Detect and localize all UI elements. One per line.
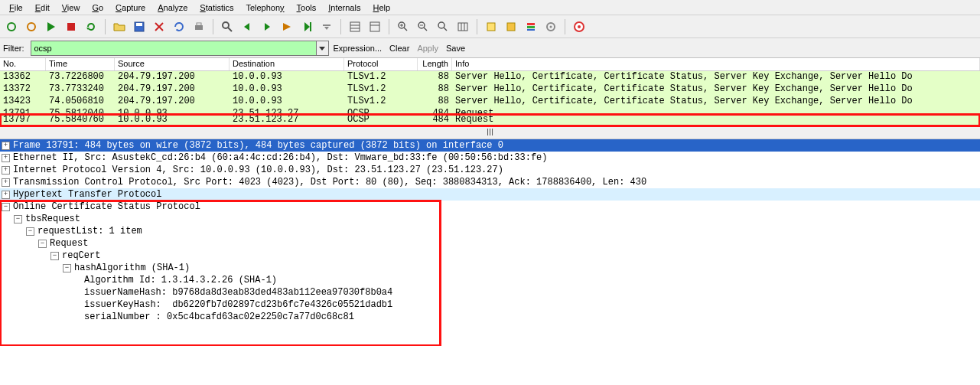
col-header-proto[interactable]: Protocol — [344, 58, 418, 70]
filter-clear-button[interactable]: Clear — [389, 44, 409, 53]
restart-capture-icon[interactable] — [83, 18, 99, 35]
detail-requestlist[interactable]: −requestList: 1 item — [0, 225, 441, 237]
menu-help[interactable]: Help — [366, 2, 396, 14]
packet-row[interactable]: 13362 73.7226800 204.79.197.200 10.0.0.9… — [0, 71, 980, 83]
filter-save-button[interactable]: Save — [446, 44, 465, 53]
collapse-icon[interactable]: − — [2, 203, 10, 211]
packet-row[interactable]: 13791 75.5812040 10.0.0.93 23.51.123.27 … — [0, 108, 980, 114]
go-back-icon[interactable] — [239, 18, 256, 35]
filter-expression-button[interactable]: Expression... — [334, 44, 383, 53]
zoom-out-icon[interactable] — [415, 18, 431, 35]
coloring-rules-icon[interactable] — [523, 18, 539, 35]
display-filters-icon[interactable] — [503, 18, 519, 35]
close-file-icon[interactable] — [151, 18, 168, 35]
col-header-info[interactable]: Info — [452, 58, 980, 70]
start-capture-icon[interactable] — [43, 18, 60, 35]
menu-go[interactable]: Go — [86, 2, 109, 14]
collapse-icon[interactable]: − — [50, 252, 59, 260]
print-icon[interactable] — [190, 18, 207, 35]
col-header-time[interactable]: Time — [46, 58, 115, 70]
stop-capture-icon[interactable] — [63, 18, 80, 35]
filter-dropdown-icon[interactable] — [316, 41, 328, 55]
expand-icon[interactable]: + — [2, 166, 10, 175]
svg-point-0 — [8, 23, 15, 31]
svg-point-32 — [438, 22, 444, 28]
menu-edit[interactable]: Edit — [29, 2, 56, 14]
svg-rect-41 — [527, 29, 535, 31]
detail-http[interactable]: +Hypertext Transfer Protocol — [0, 188, 980, 201]
expand-icon[interactable]: + — [2, 154, 10, 162]
col-header-dst[interactable]: Destination — [230, 58, 344, 70]
detail-algorithmid[interactable]: Algorithm Id: 1.3.14.3.2.26 (SHA-1) — [0, 274, 441, 286]
detail-ocsp-title[interactable]: −Online Certificate Status Protocol — [0, 201, 441, 213]
svg-line-26 — [404, 28, 407, 31]
svg-rect-18 — [323, 24, 330, 26]
open-file-icon[interactable] — [111, 18, 128, 35]
svg-point-43 — [550, 25, 552, 28]
col-header-len[interactable]: Length — [418, 58, 452, 70]
preferences-icon[interactable] — [542, 18, 559, 35]
menu-file[interactable]: File — [3, 2, 29, 14]
expand-icon[interactable]: + — [2, 142, 10, 150]
collapse-icon[interactable]: − — [63, 264, 71, 272]
filter-input-wrap — [31, 41, 329, 56]
go-forward-icon[interactable] — [259, 18, 275, 35]
capture-filters-icon[interactable] — [483, 18, 500, 35]
collapse-icon[interactable]: − — [38, 240, 47, 248]
menu-statistics[interactable]: Statistics — [194, 2, 239, 14]
menu-telephony[interactable]: Telephony — [239, 2, 290, 14]
help-icon[interactable] — [571, 18, 588, 35]
zoom-100-icon[interactable] — [435, 18, 451, 35]
interfaces-icon[interactable] — [3, 18, 20, 35]
menu-capture[interactable]: Capture — [109, 2, 151, 14]
resize-columns-icon[interactable] — [454, 18, 471, 35]
svg-point-1 — [28, 23, 35, 31]
menu-analyze[interactable]: Analyze — [151, 2, 194, 14]
svg-rect-37 — [487, 23, 495, 31]
menu-tools[interactable]: Tools — [291, 2, 323, 14]
expand-icon[interactable]: + — [2, 178, 10, 187]
detail-issuernamehash[interactable]: issuerNameHash: b9768da8d3eab83ded483ab1… — [0, 286, 441, 299]
filter-bar: Filter: Expression... Clear Apply Save — [0, 38, 980, 58]
colorize-icon[interactable] — [347, 18, 363, 35]
expand-icon[interactable]: + — [2, 191, 10, 199]
packet-row[interactable]: 13372 73.7733240 204.79.197.200 10.0.0.9… — [0, 83, 980, 96]
detail-tbsrequest[interactable]: −tbsRequest — [0, 213, 441, 225]
find-icon[interactable] — [219, 18, 236, 35]
detail-issuerkeyhash[interactable]: issuerKeyHash: db6220fb7d02897cd23b6fc7e… — [0, 299, 441, 311]
filter-apply-button[interactable]: Apply — [417, 44, 438, 53]
zoom-in-icon[interactable] — [395, 18, 412, 35]
detail-serialnumber[interactable]: serialNumber : 0x5c4bcafd63ac02e2250c7a7… — [0, 311, 441, 323]
col-header-no[interactable]: No. — [0, 58, 46, 70]
go-first-icon[interactable] — [298, 18, 315, 35]
menu-internals[interactable]: Internals — [322, 2, 366, 14]
detail-ip[interactable]: +Internet Protocol Version 4, Src: 10.0.… — [0, 164, 980, 176]
packet-row-highlighted[interactable]: 13797 75.5840760 10.0.0.93 23.51.123.27 … — [0, 114, 980, 126]
packet-details-pane[interactable]: +Frame 13791: 484 bytes on wire (3872 bi… — [0, 139, 980, 346]
collapse-icon[interactable]: − — [14, 215, 22, 223]
svg-rect-34 — [458, 23, 467, 31]
detail-tcp[interactable]: +Transmission Control Protocol, Src Port… — [0, 176, 980, 188]
svg-marker-2 — [47, 22, 55, 31]
options-icon[interactable] — [23, 18, 40, 35]
svg-rect-10 — [197, 23, 201, 25]
reload-icon[interactable] — [171, 18, 187, 35]
svg-marker-15 — [283, 23, 291, 31]
go-to-icon[interactable] — [278, 18, 295, 35]
save-file-icon[interactable] — [131, 18, 148, 35]
filter-input[interactable] — [31, 43, 316, 54]
menu-view[interactable]: View — [56, 2, 86, 14]
detail-hashalgorithm[interactable]: −hashAlgorithm (SHA-1) — [0, 262, 441, 274]
toolbar-separator — [477, 19, 477, 34]
col-header-src[interactable]: Source — [115, 58, 230, 70]
packet-row[interactable]: 13423 74.0506810 204.79.197.200 10.0.0.9… — [0, 96, 980, 108]
detail-frame[interactable]: +Frame 13791: 484 bytes on wire (3872 bi… — [0, 139, 980, 152]
detail-ethernet[interactable]: +Ethernet II, Src: AsustekC_cd:26:b4 (60… — [0, 152, 980, 164]
detail-request[interactable]: −Request — [0, 237, 441, 250]
auto-scroll-icon[interactable] — [366, 18, 383, 35]
go-last-icon[interactable] — [318, 18, 335, 35]
detail-reqcert[interactable]: −reqCert — [0, 250, 441, 262]
packet-list[interactable]: 13362 73.7226800 204.79.197.200 10.0.0.9… — [0, 71, 980, 126]
hscroll-indicator[interactable]: ⅼⅼⅼ — [0, 126, 980, 139]
collapse-icon[interactable]: − — [26, 227, 34, 236]
